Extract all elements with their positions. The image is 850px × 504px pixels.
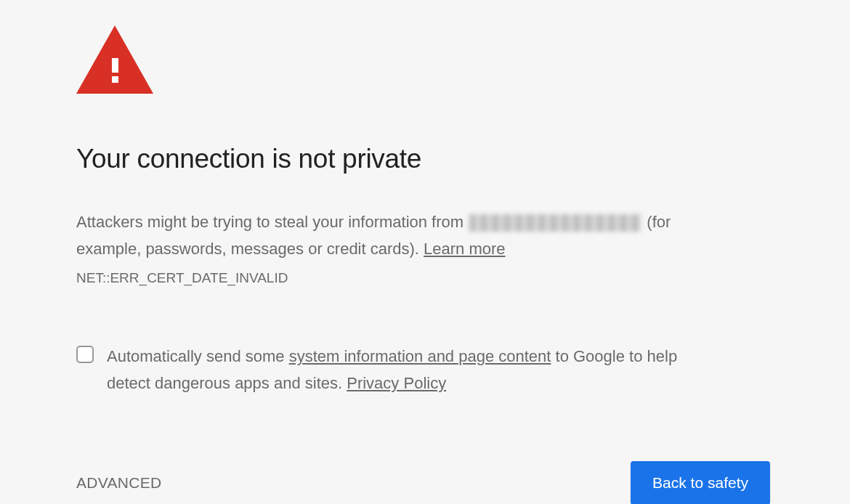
learn-more-link[interactable]: Learn more [424,240,506,258]
error-code: NET::ERR_CERT_DATE_INVALID [76,270,697,286]
warning-triangle-icon [76,25,153,94]
warning-message: Attackers might be trying to steal your … [76,208,697,263]
page-title: Your connection is not private [76,144,697,174]
privacy-policy-link[interactable]: Privacy Policy [347,374,446,392]
system-info-link[interactable]: system information and page content [289,347,551,365]
report-checkbox-label: Automatically send some system informati… [107,343,697,397]
svg-rect-1 [112,58,118,73]
svg-rect-2 [112,76,118,83]
warning-prefix: Attackers might be trying to steal your … [76,213,468,231]
button-row: ADVANCED Back to safety [76,461,770,504]
advanced-button[interactable]: ADVANCED [76,474,162,492]
report-text-before: Automatically send some [107,347,289,365]
report-checkbox-row: Automatically send some system informati… [76,343,697,397]
report-checkbox[interactable] [76,346,94,363]
redacted-hostname [469,214,641,232]
back-to-safety-button[interactable]: Back to safety [631,461,770,504]
ssl-error-page: Your connection is not private Attackers… [0,0,774,504]
